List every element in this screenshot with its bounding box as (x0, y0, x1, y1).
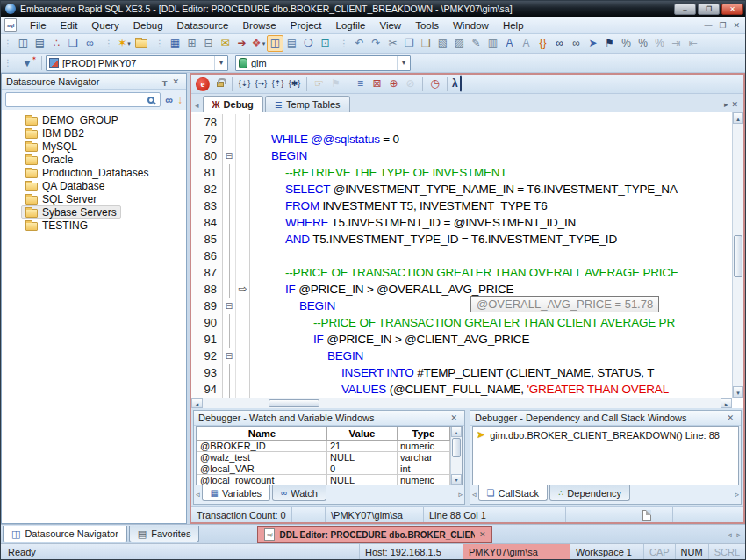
child-minimize-icon[interactable]: — (702, 21, 714, 30)
chevron-down-icon[interactable]: ▾ (214, 56, 227, 70)
save-all-icon[interactable]: ⊞ (183, 35, 200, 52)
menu-edit[interactable]: Edit (54, 18, 85, 32)
paste-icon[interactable]: ❑ (418, 35, 434, 52)
code-line[interactable]: 94VALUES (@CLIENT_FULL_NAME, 'GREATER TH… (191, 381, 743, 398)
fold-collapse-icon[interactable]: ⊟ (223, 348, 235, 364)
code-line[interactable]: 82SELECT @INVESTMENT_TYPE_NAME_IN = T6.I… (191, 181, 743, 197)
code-line[interactable]: 85AND T5.INVESTMENT_TYPE_ID = T6.INVESTM… (191, 231, 743, 248)
tab-dependency[interactable]: ∴ Dependency (549, 485, 630, 501)
filter-funnel-icon[interactable]: ▼ (22, 57, 32, 69)
doc-scroll-right-icon[interactable]: ▹ (734, 530, 743, 539)
dropdown-caret-icon[interactable]: ▾ (127, 35, 131, 52)
copy-icon[interactable]: ❐ (401, 35, 418, 52)
tab-scroll-right-icon[interactable]: ▹ (458, 490, 463, 499)
doc-props-icon[interactable]: ▥ (484, 35, 501, 52)
code-line[interactable]: 91IF @PRICE_IN > @CLIENT_AVG_PRICE (191, 331, 743, 348)
search-icon[interactable] (147, 97, 154, 104)
open-folder-icon[interactable] (133, 35, 149, 52)
pin-icon[interactable]: ┰ (160, 77, 169, 86)
close-panel-icon[interactable]: ✕ (448, 413, 460, 422)
menu-window[interactable]: Window (446, 18, 496, 32)
code-line[interactable]: 84WHERE T5.INVESTMENT_ID = @INVESTMENT_I… (191, 214, 743, 231)
datasource-select[interactable]: [PROD] PMKY07 ▾ (46, 55, 228, 71)
close-button[interactable]: ✕ (721, 4, 743, 15)
code-line[interactable]: 87--PRICE OF TRANSACTION GREATER THAN OV… (191, 264, 743, 281)
variable-row[interactable]: @BROKER_ID21numeric (197, 441, 450, 452)
scroll-down-icon[interactable]: ▾ (451, 474, 462, 485)
tree-item-sybase-servers[interactable]: Sybase Servers (21, 205, 121, 219)
document-tab-ddl-editor[interactable]: sql DDL Editor: PROCEDURE dbo.BROKER_CLI… (257, 526, 492, 543)
flag-icon[interactable]: ⚑ (601, 35, 618, 52)
org-chart-icon[interactable]: ∴ (48, 35, 65, 52)
tab-temp-tables[interactable]: ≣ Temp Tables (265, 96, 350, 112)
scroll-up-icon[interactable]: ▴ (451, 427, 462, 437)
watch-flag-icon[interactable]: ⚑ (327, 75, 344, 92)
search-input[interactable] (6, 95, 147, 105)
mail-icon[interactable]: ✉ (217, 35, 233, 52)
code-line[interactable]: 83FROM INVESTMENT T5, INVESTMENT_TYPE T6 (191, 197, 743, 214)
monitor-icon[interactable]: ⊡ (317, 35, 334, 52)
menu-file[interactable]: File (23, 18, 54, 32)
find-next-icon[interactable]: ∞ (568, 35, 585, 52)
window-cascade-icon[interactable]: ▤ (32, 35, 48, 52)
tab-scroll-right-icon[interactable]: ▹ (735, 490, 739, 499)
goto-icon[interactable]: ➤ (585, 35, 601, 52)
tab-debug[interactable]: Ж Debug (203, 96, 263, 112)
template-icon[interactable]: ▨ (451, 35, 468, 52)
code-line[interactable]: 86 (191, 248, 743, 264)
tab-scroll-left-icon[interactable]: ◃ (196, 490, 200, 499)
column-name[interactable]: Name (197, 427, 327, 441)
table-scrollbar[interactable]: ▴ ▾ (450, 427, 462, 485)
tree-item-oracle[interactable]: Oracle (21, 153, 77, 166)
panel-tab-datasource-navigator[interactable]: ◫ Datasource Navigator (3, 526, 127, 542)
unlock-icon[interactable] (212, 75, 228, 92)
indent-icon[interactable]: ⇥ (668, 35, 685, 52)
child-close-icon[interactable]: ✕ (731, 21, 742, 30)
variable-row[interactable]: @local_VAR0int (197, 463, 450, 475)
tab-scroll-left-icon[interactable]: ◂ (195, 101, 199, 110)
save-icon[interactable]: ▦ (167, 35, 183, 52)
step-over-icon[interactable]: {⇢} (253, 75, 269, 92)
tree-item-production-databases[interactable]: Production_Databases (21, 166, 153, 179)
horizontal-scrollbar[interactable]: ◂ ▸ (191, 398, 732, 408)
tree-item-demo-group[interactable]: DEMO_GROUP (21, 113, 123, 126)
edit-doc-icon[interactable]: ✎ (468, 35, 484, 52)
document-close-icon[interactable]: ✕ (479, 530, 486, 539)
replace-case-icon[interactable]: A (518, 35, 534, 52)
semantic-check-icon[interactable]: % (635, 35, 651, 52)
tab-callstack[interactable]: ❏ CallStack (478, 485, 548, 501)
chevron-down-icon[interactable]: ▾ (397, 56, 410, 70)
menu-logfile[interactable]: Logfile (329, 18, 373, 32)
embarcadero-stop-icon[interactable]: e (196, 77, 210, 91)
code-editor[interactable]: 7879WHILE @@sqlstatus = 080⊟BEGIN81--RET… (191, 112, 743, 408)
no-check-icon[interactable]: % (651, 35, 668, 52)
undo-icon[interactable]: ↶ (351, 35, 368, 52)
locate-down-arrow-icon[interactable]: ↓ (177, 94, 183, 106)
redo-icon[interactable]: ↷ (368, 35, 384, 52)
callstack-entry[interactable]: ➤gim.dbo.BROKER_CLIENT_BREAKDOWN() Line:… (473, 427, 738, 443)
code-line[interactable]: 80⊟BEGIN (191, 147, 743, 164)
find-icon[interactable]: ∞ (551, 35, 568, 52)
doc-scroll-left-icon[interactable]: ◃ (725, 530, 735, 539)
scroll-up-icon[interactable]: ▴ (733, 112, 743, 124)
code-line[interactable]: 92⊟BEGIN (191, 348, 743, 364)
find-case-icon[interactable]: A (501, 35, 518, 52)
code-line[interactable]: 88⇨IF @PRICE_IN > @OVERALL_AVG_PRICE (191, 281, 743, 298)
scroll-down-icon[interactable]: ▾ (733, 386, 743, 398)
restore-button[interactable]: ❐ (698, 4, 720, 15)
link-icon[interactable]: ∞ (165, 94, 173, 106)
scroll-left-icon[interactable]: ◂ (191, 398, 203, 408)
code-line[interactable]: 81--RETRIEVE THE TYPE OF INVESTMENT (191, 164, 743, 181)
menu-project[interactable]: Project (283, 18, 329, 32)
database-select[interactable]: gim ▾ (235, 55, 411, 71)
window-tile-icon[interactable]: ◫ (15, 35, 32, 52)
tree-item-mysql[interactable]: MySQL (21, 140, 82, 153)
scroll-thumb[interactable] (452, 438, 461, 457)
palette-icon[interactable]: ❖▾ (250, 35, 267, 52)
split-window-icon[interactable]: ◫ (267, 35, 283, 52)
code-line[interactable]: 90--PRICE OF TRANSACTION GREATER THAN CL… (191, 314, 743, 331)
braces-icon[interactable]: {} (534, 35, 551, 52)
layers-icon[interactable]: ❏ (65, 35, 82, 52)
tree-item-qa-database[interactable]: QA Database (21, 179, 109, 192)
scroll-thumb[interactable] (269, 399, 319, 407)
